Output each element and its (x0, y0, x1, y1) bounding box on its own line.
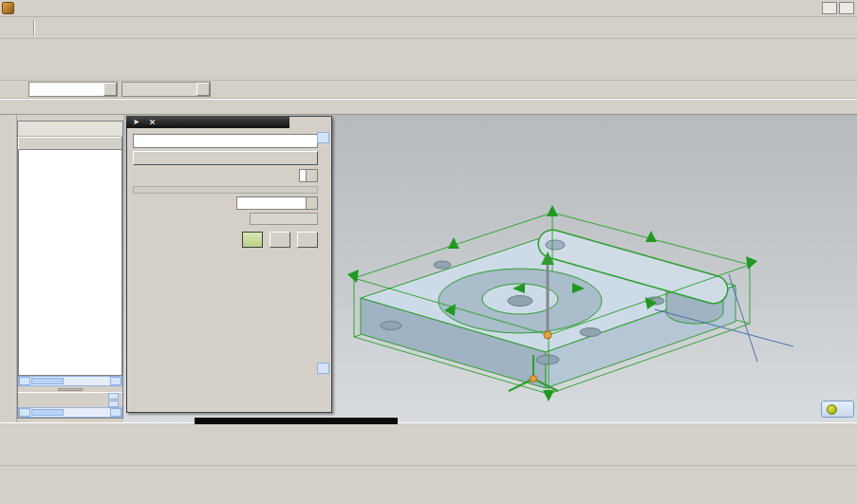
navigator-header (18, 121, 122, 137)
back-button[interactable] (270, 232, 290, 248)
blank-geometry-dialog: ➤ ✕ (126, 116, 332, 413)
prompt-bar (0, 99, 857, 115)
scrollbar-thumb[interactable] (31, 409, 64, 416)
scroll-right-icon[interactable] (110, 377, 121, 385)
select-cursor-icon: ➤ (133, 118, 140, 126)
network-icon (827, 404, 837, 415)
scrollbar-thumb[interactable] (31, 378, 64, 384)
cam-toolbar (0, 39, 857, 81)
restore-button[interactable] (839, 2, 854, 14)
selection-scope-combobox[interactable] (121, 82, 211, 97)
scrollbar-track[interactable] (30, 408, 110, 417)
standard-toolbar (0, 17, 857, 39)
chevron-down-icon[interactable] (306, 197, 317, 209)
chevron-down-icon[interactable] (103, 83, 117, 96)
selection-options-group (133, 186, 318, 194)
navigator-hscrollbar[interactable] (18, 376, 122, 386)
scroll-left-icon[interactable] (19, 408, 30, 417)
nx-application-window: ➤ ✕ (0, 0, 857, 504)
app-icon (2, 2, 14, 14)
dialog-scroll-down-icon[interactable] (317, 363, 329, 374)
type-filter-combobox[interactable] (28, 82, 118, 97)
selection-bar (0, 81, 857, 99)
scroll-left-icon[interactable] (19, 377, 30, 385)
chevron-down-icon[interactable] (306, 170, 317, 181)
view-toolbar (0, 422, 857, 465)
dialog-close-icon[interactable]: ✕ (149, 118, 157, 127)
chevron-down-icon[interactable] (196, 83, 210, 96)
minimize-button[interactable] (822, 2, 837, 14)
splitter-grip (58, 388, 83, 391)
operation-navigator-panel (17, 121, 123, 419)
cancel-button[interactable] (297, 232, 318, 248)
assemblies-toolbar (0, 465, 857, 504)
window-buttons (822, 2, 857, 14)
decoration-bar (195, 418, 398, 424)
network-speed-badge[interactable] (821, 401, 854, 418)
filter-method-combobox[interactable] (236, 196, 318, 210)
separator (33, 20, 35, 35)
details-hscrollbar[interactable] (18, 407, 122, 418)
details-scroll-buttons (108, 393, 119, 407)
name-column-header[interactable] (18, 137, 122, 150)
navigator-tree (18, 150, 122, 376)
operation-mode-combobox[interactable] (299, 169, 318, 182)
main-region: ➤ ✕ (0, 115, 857, 422)
start-button[interactable] (2, 19, 27, 37)
dialog-title-bar[interactable]: ➤ ✕ (126, 116, 289, 128)
scrollbar-track[interactable] (30, 377, 110, 385)
offset-row (133, 213, 318, 225)
offset-input (250, 213, 318, 225)
dialog-action-row (133, 232, 318, 248)
ok-button[interactable] (242, 232, 263, 248)
scroll-up-icon[interactable] (108, 393, 119, 400)
menu-bar (0, 0, 857, 17)
details-section-header[interactable] (18, 392, 122, 407)
resource-bar (0, 115, 17, 422)
dialog-body (127, 129, 331, 412)
scroll-right-icon[interactable] (110, 408, 121, 417)
dialog-scroll-up-icon[interactable] (317, 132, 329, 143)
scroll-down-icon[interactable] (108, 401, 119, 407)
topology-button[interactable] (133, 151, 318, 165)
operation-mode-row (133, 169, 318, 182)
filter-method-row (133, 196, 318, 210)
name-input[interactable] (133, 134, 318, 148)
